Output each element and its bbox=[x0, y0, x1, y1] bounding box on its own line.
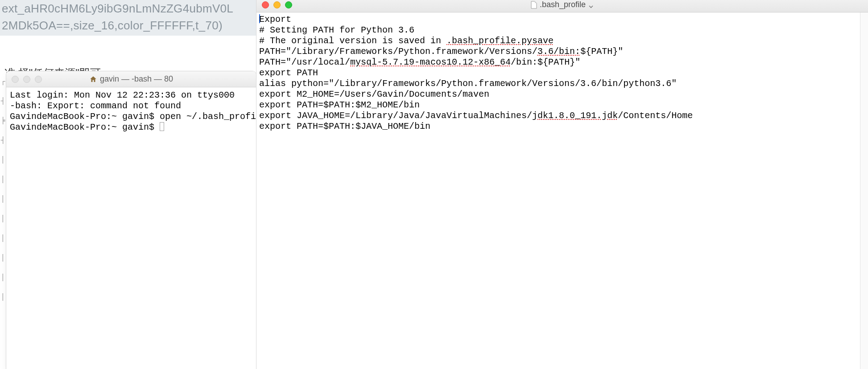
bg-url-line2: 2MDk5OA==,size_16,color_FFFFFF,t_70) bbox=[2, 19, 223, 32]
terminal-title: gavin — -bash — 80 bbox=[6, 74, 256, 84]
terminal-traffic-lights[interactable] bbox=[12, 76, 42, 83]
textedit-line: PATH="/Library/Frameworks/Python.framewo… bbox=[259, 46, 865, 57]
textedit-line: export PATH bbox=[259, 68, 865, 78]
background-left-gutter: ┌┤╞┤ ││││ ││││ bbox=[0, 71, 6, 369]
textedit-window[interactable]: .bash_profile Export# Setting PATH for P… bbox=[256, 0, 868, 369]
close-icon[interactable] bbox=[12, 76, 19, 83]
background-url-fragment: ext_aHR0cHM6Ly9ibG9nLmNzZG4ubmV0L 2MDk5O… bbox=[0, 0, 259, 36]
textedit-line: # The original version is saved in .bash… bbox=[259, 36, 865, 46]
textedit-scrollbar[interactable] bbox=[860, 12, 868, 369]
home-icon bbox=[89, 75, 97, 83]
textedit-title[interactable]: .bash_profile bbox=[256, 0, 868, 9]
terminal-line: -bash: Export: command not found bbox=[10, 101, 252, 111]
terminal-body[interactable]: Last login: Mon Nov 12 22:23:36 on ttys0… bbox=[6, 87, 256, 135]
textedit-line: # Setting PATH for Python 3.6 bbox=[259, 25, 865, 36]
terminal-line: GavindeMacBook-Pro:~ gavin$ open ~/.bash… bbox=[10, 111, 252, 122]
close-icon[interactable] bbox=[262, 1, 269, 8]
terminal-titlebar[interactable]: gavin — -bash — 80 bbox=[6, 71, 256, 87]
textedit-line: export PATH=$PATH:$JAVA_HOME/bin bbox=[259, 121, 865, 132]
chevron-down-icon[interactable] bbox=[588, 2, 594, 8]
terminal-title-text: gavin — -bash — 80 bbox=[100, 74, 173, 84]
terminal-line: Last login: Mon Nov 12 22:23:36 on ttys0… bbox=[10, 90, 252, 101]
textedit-line: alias python="/Library/Frameworks/Python… bbox=[259, 78, 865, 89]
terminal-line: GavindeMacBook-Pro:~ gavin$ bbox=[10, 122, 252, 133]
textedit-body[interactable]: Export# Setting PATH for Python 3.6# The… bbox=[256, 12, 868, 134]
textedit-titlebar[interactable]: .bash_profile bbox=[256, 0, 868, 12]
textedit-line: Export bbox=[259, 14, 865, 25]
bg-url-line1: ext_aHR0cHM6Ly9ibG9nLmNzZG4ubmV0L bbox=[2, 2, 233, 15]
textedit-line: export JAVA_HOME=/Library/Java/JavaVirtu… bbox=[259, 111, 865, 121]
document-icon bbox=[531, 1, 537, 9]
textedit-traffic-lights[interactable] bbox=[262, 1, 292, 8]
minimize-icon[interactable] bbox=[23, 76, 30, 83]
zoom-icon[interactable] bbox=[35, 76, 42, 83]
zoom-icon[interactable] bbox=[285, 1, 292, 8]
textedit-title-text: .bash_profile bbox=[540, 0, 586, 9]
minimize-icon[interactable] bbox=[273, 1, 281, 8]
terminal-cursor bbox=[160, 122, 164, 131]
textedit-line: export PATH=$PATH:$M2_HOME/bin bbox=[259, 100, 865, 111]
textedit-line: PATH="/usr/local/mysql-5.7.19-macos10.12… bbox=[259, 57, 865, 68]
textedit-line: export M2_HOME=/Users/Gavin/Documents/ma… bbox=[259, 89, 865, 100]
terminal-window[interactable]: gavin — -bash — 80 Last login: Mon Nov 1… bbox=[6, 71, 256, 369]
